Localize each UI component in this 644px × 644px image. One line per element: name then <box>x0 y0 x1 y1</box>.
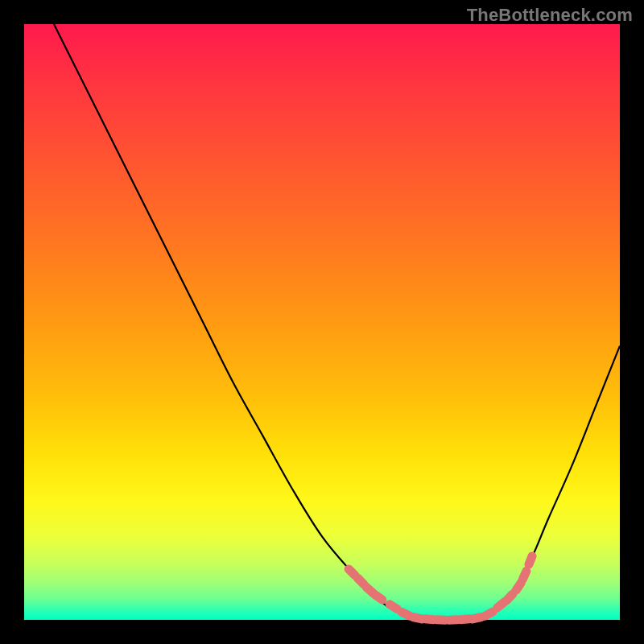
optimal-marker-group <box>342 551 538 625</box>
plot-area <box>24 24 620 620</box>
outer-frame: TheBottleneck.com <box>0 0 644 644</box>
chart-svg <box>24 24 620 620</box>
bottleneck-curve <box>54 24 620 620</box>
watermark-text: TheBottleneck.com <box>467 5 633 26</box>
